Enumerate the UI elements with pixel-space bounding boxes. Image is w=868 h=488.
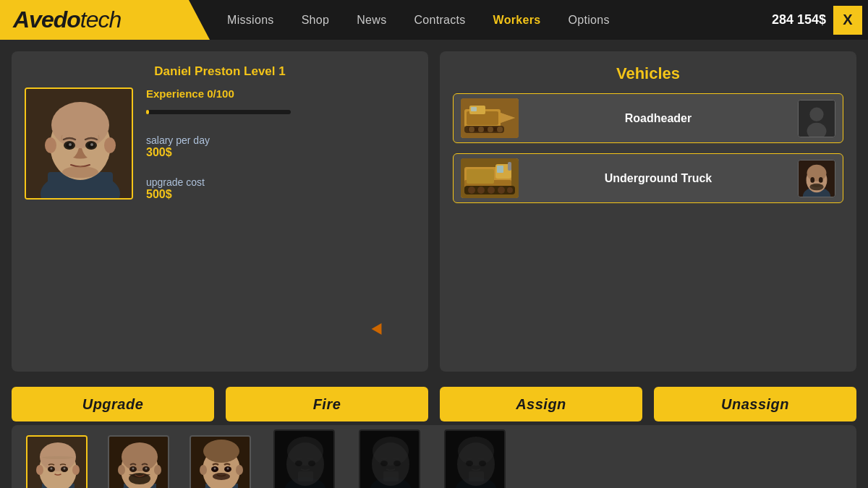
experience-label: Experience 0/100: [146, 87, 291, 100]
svg-point-42: [507, 187, 513, 193]
worker-jason-portrait: [190, 435, 251, 488]
upgrade-button[interactable]: Upgrade: [12, 387, 214, 421]
svg-point-57: [36, 465, 43, 475]
svg-point-69: [122, 442, 158, 471]
header: Avedotech Missions Shop News Contracts W…: [0, 0, 868, 40]
nav-missions[interactable]: Missions: [217, 9, 284, 31]
worker-danny-portrait: [108, 435, 169, 488]
logo[interactable]: Avedotech: [0, 0, 210, 40]
svg-point-88: [227, 468, 229, 470]
svg-point-96: [308, 461, 315, 466]
svg-point-23: [478, 127, 484, 132]
portrait-illustration: [26, 89, 133, 200]
svg-point-95: [295, 461, 302, 466]
worker-portrait: [25, 87, 133, 200]
svg-point-48: [810, 177, 814, 183]
svg-point-70: [118, 465, 125, 475]
upgrade-cost-value: 500$: [146, 188, 291, 201]
worker-card-daniel[interactable]: Daniel Preston: [26, 435, 88, 488]
worker-daniel-portrait: [26, 435, 88, 488]
svg-point-12: [69, 143, 72, 146]
svg-point-108: [458, 437, 494, 466]
svg-point-6: [45, 137, 56, 153]
svg-point-41: [498, 187, 505, 194]
experience-bar: [146, 110, 291, 114]
svg-point-82: [203, 440, 239, 463]
close-button[interactable]: X: [833, 6, 862, 35]
svg-point-74: [132, 468, 135, 470]
experience-fill: [146, 110, 149, 114]
worker-details: Experience 0/100 salary per day 300$ upg…: [25, 87, 415, 359]
svg-point-29: [809, 107, 823, 121]
svg-point-75: [145, 468, 148, 470]
svg-point-58: [72, 465, 80, 475]
jason-face-svg: [191, 437, 251, 488]
roadheader-worker-slot[interactable]: [798, 100, 835, 137]
svg-point-63: [42, 456, 74, 459]
svg-point-61: [51, 468, 53, 470]
nav: Missions Shop News Contracts Workers Opt…: [217, 9, 772, 31]
nav-workers[interactable]: Workers: [483, 9, 551, 31]
lucas-face-svg: [275, 431, 335, 488]
nav-options[interactable]: Options: [558, 9, 619, 31]
worker-card-thomas[interactable]: Thomas Anderson: [442, 429, 507, 488]
worker-lucas-portrait: [273, 429, 335, 488]
svg-point-110: [479, 461, 486, 466]
fire-button[interactable]: Fire: [226, 387, 428, 421]
worker-title: Daniel Preston Level 1: [25, 64, 415, 79]
upgrade-cost-label: upgrade cost: [146, 176, 291, 188]
svg-point-49: [819, 177, 823, 183]
svg-point-84: [236, 465, 243, 475]
roadheader-name: Roadheader: [526, 112, 791, 125]
svg-point-40: [488, 187, 495, 194]
assign-button[interactable]: Assign: [440, 387, 642, 421]
worker-card-danny[interactable]: Danny Smith: [108, 435, 169, 488]
roadheader-svg: [461, 98, 519, 138]
svg-point-22: [469, 127, 475, 132]
underground-truck-image: [461, 158, 519, 198]
svg-point-101: [373, 437, 409, 466]
salary-value: 300$: [146, 146, 291, 159]
workers-list: Daniel Preston: [12, 425, 856, 488]
worker-thomas-portrait: [444, 429, 506, 488]
svg-point-24: [488, 127, 493, 132]
vehicles-title: Vehicles: [453, 64, 843, 83]
main-content: Daniel Preston Level 1: [0, 40, 868, 383]
svg-point-94: [287, 437, 323, 466]
roadheader-image: [461, 98, 519, 138]
action-buttons: Upgrade Fire Assign Unassign: [0, 383, 868, 425]
svg-point-62: [64, 468, 66, 470]
daniel-face-svg: [27, 437, 88, 488]
svg-rect-35: [497, 166, 503, 173]
worker-card-lucas[interactable]: Lucas Henderson: [271, 429, 336, 488]
svg-rect-43: [508, 162, 511, 171]
svg-point-13: [90, 143, 93, 146]
nav-shop[interactable]: Shop: [292, 9, 340, 31]
worker-stats: Experience 0/100 salary per day 300$ upg…: [146, 87, 291, 201]
unassign-button[interactable]: Unassign: [654, 387, 856, 421]
worker-card-jason[interactable]: Jason Moure: [190, 435, 251, 488]
svg-point-47: [807, 164, 827, 181]
underground-truck-worker-slot[interactable]: [798, 160, 835, 197]
vehicle-underground-truck[interactable]: Underground Truck: [453, 153, 843, 203]
thomas-face-svg: [446, 431, 506, 488]
svg-rect-27: [471, 107, 477, 111]
svg-point-38: [468, 187, 475, 194]
worker-michael-portrait: [359, 429, 420, 488]
svg-point-83: [200, 465, 207, 475]
empty-slot-icon: [799, 100, 835, 137]
svg-point-7: [104, 137, 116, 153]
salary-label: salary per day: [146, 134, 291, 146]
svg-point-87: [214, 468, 216, 470]
underground-truck-svg: [461, 158, 519, 198]
vehicle-roadheader[interactable]: Roadheader: [453, 93, 843, 143]
underground-truck-name: Underground Truck: [526, 172, 791, 185]
danny-face-svg: [109, 437, 169, 488]
nav-news[interactable]: News: [346, 9, 396, 31]
svg-point-103: [393, 461, 401, 466]
balance-display: 284 154$: [772, 12, 826, 27]
worker-card-michael[interactable]: Michael Jefferson: [357, 429, 422, 488]
nav-contracts[interactable]: Contracts: [404, 9, 475, 31]
svg-point-102: [380, 461, 388, 466]
svg-point-39: [477, 187, 485, 194]
